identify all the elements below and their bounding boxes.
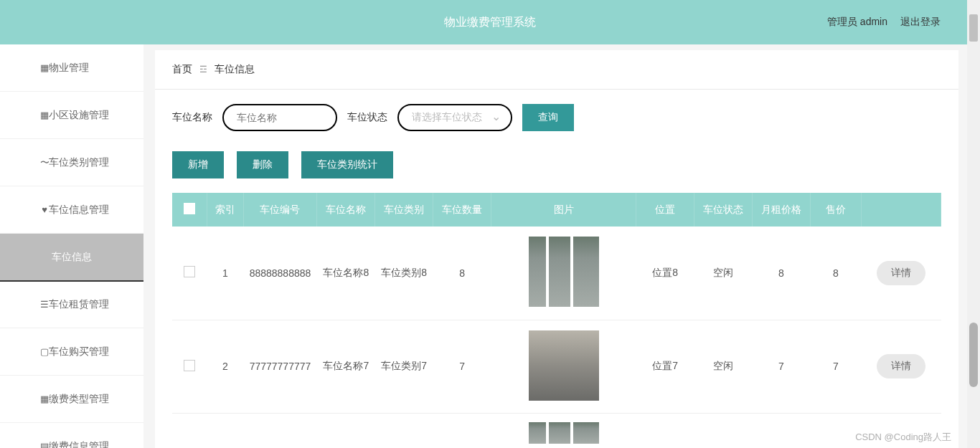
app-title: 物业缴费管理系统 — [444, 15, 536, 30]
table-row — [172, 413, 941, 448]
row-checkbox[interactable] — [184, 360, 195, 371]
cell-status: 空闲 — [694, 320, 753, 413]
action-bar: 新增 删除 车位类别统计 — [172, 151, 941, 178]
cell-rent: 8 — [753, 227, 811, 320]
cell-loc: 位置7 — [636, 320, 694, 413]
list-icon: ☰ — [39, 300, 50, 310]
col-no: 车位编号 — [243, 193, 317, 227]
breadcrumb-sep-icon: ☲ — [199, 65, 207, 75]
scrollbar-thumb[interactable] — [969, 14, 978, 42]
cell-price: 8 — [810, 227, 861, 320]
col-name: 车位名称 — [317, 193, 375, 227]
main-panel: 首页 ☲ 车位信息 车位名称 车位状态 请选择车位状态 查询 新增 删除 车位类… — [155, 50, 958, 448]
sidebar-item-spot-category[interactable]: 〜车位类别管理 — [0, 139, 143, 186]
sidebar: ▦物业管理 ▦小区设施管理 〜车位类别管理 ♥车位信息管理 车位信息 ☰车位租赁… — [0, 44, 143, 448]
sidebar-item-fee-type[interactable]: ▦缴费类型管理 — [0, 376, 143, 423]
chart-icon: 〜 — [39, 158, 50, 168]
sidebar-item-label: 缴费信息管理 — [49, 440, 109, 449]
cell-index: 1 — [207, 227, 244, 320]
cell-qty: 7 — [433, 320, 491, 413]
cell-no: 88888888888 — [243, 227, 317, 320]
grid-icon: ▦ — [39, 110, 50, 120]
stats-button[interactable]: 车位类别统计 — [301, 151, 393, 178]
scrollbar-thumb-inner[interactable] — [969, 323, 978, 387]
col-loc: 位置 — [636, 193, 694, 227]
sidebar-item-property[interactable]: ▦物业管理 — [0, 44, 143, 92]
cell-name: 车位名称8 — [317, 227, 375, 320]
logout-link[interactable]: 退出登录 — [900, 16, 941, 29]
cell-no: 77777777777 — [243, 320, 317, 413]
add-button[interactable]: 新增 — [172, 151, 224, 178]
breadcrumb-home[interactable]: 首页 — [172, 63, 192, 76]
thumbnail-image — [529, 422, 599, 444]
cell-name: 车位名称7 — [317, 320, 375, 413]
col-index: 索引 — [207, 193, 244, 227]
col-img: 图片 — [491, 193, 636, 227]
sidebar-item-label: 车位信息管理 — [49, 204, 109, 216]
col-status: 车位状态 — [694, 193, 753, 227]
sidebar-item-label: 物业管理 — [49, 62, 89, 75]
sidebar-item-label: 小区设施管理 — [49, 109, 109, 122]
col-actions — [861, 193, 941, 227]
filter-status-label: 车位状态 — [347, 111, 387, 124]
row-checkbox[interactable] — [184, 266, 195, 277]
cell-cat: 车位类别8 — [375, 227, 433, 320]
col-qty: 车位数量 — [433, 193, 491, 227]
thumbnail-image — [529, 330, 599, 401]
cell-qty: 8 — [433, 227, 491, 320]
sidebar-item-rental[interactable]: ☰车位租赁管理 — [0, 281, 143, 328]
filter-status-select[interactable]: 请选择车位状态 — [397, 104, 512, 131]
cell-rent: 7 — [753, 320, 811, 413]
bulb-icon: ♥ — [39, 205, 50, 215]
grid-icon: ▦ — [39, 63, 50, 73]
filter-name-label: 车位名称 — [172, 111, 212, 124]
query-button[interactable]: 查询 — [522, 104, 574, 131]
sidebar-item-label: 缴费类型管理 — [49, 393, 109, 406]
table-row: 2 77777777777 车位名称7 车位类别7 7 位置7 空闲 7 7 详… — [172, 320, 941, 413]
user-info: 管理员 admin — [827, 16, 887, 29]
breadcrumb: 首页 ☲ 车位信息 — [155, 50, 958, 90]
app-header: 物业缴费管理系统 管理员 admin 退出登录 — [0, 0, 980, 44]
select-all-checkbox[interactable] — [184, 203, 195, 214]
cell-status: 空闲 — [694, 227, 753, 320]
cell-price: 7 — [810, 320, 861, 413]
filter-bar: 车位名称 车位状态 请选择车位状态 查询 — [172, 104, 941, 131]
cell-cat: 车位类别7 — [375, 320, 433, 413]
sidebar-item-spot-info[interactable]: ♥车位信息管理 — [0, 186, 143, 234]
sidebar-item-label: 车位购买管理 — [49, 345, 109, 358]
delete-button[interactable]: 删除 — [237, 151, 288, 178]
scrollbar-vertical[interactable] — [967, 0, 980, 448]
data-table: 索引 车位编号 车位名称 车位类别 车位数量 图片 位置 车位状态 月租价格 售… — [172, 193, 941, 448]
sidebar-item-purchase[interactable]: ▢车位购买管理 — [0, 328, 143, 376]
sidebar-item-label: 车位类别管理 — [49, 156, 109, 169]
detail-button[interactable]: 详情 — [877, 261, 925, 285]
sidebar-item-facility[interactable]: ▦小区设施管理 — [0, 92, 143, 139]
detail-button[interactable]: 详情 — [877, 354, 925, 378]
col-rent: 月租价格 — [753, 193, 811, 227]
sidebar-item-fee-info[interactable]: ▤缴费信息管理 — [0, 423, 143, 448]
sidebar-item-spot-list[interactable]: 车位信息 — [0, 234, 143, 281]
cell-loc: 位置8 — [636, 227, 694, 320]
thumbnail-image — [529, 237, 599, 307]
breadcrumb-current: 车位信息 — [215, 63, 255, 76]
sidebar-item-label: 车位信息 — [52, 251, 92, 264]
col-price: 售价 — [810, 193, 861, 227]
doc-icon: ▤ — [39, 442, 50, 449]
table-row: 1 88888888888 车位名称8 车位类别8 8 位置8 空闲 8 8 详… — [172, 227, 941, 320]
screen-icon: ▢ — [39, 347, 50, 357]
filter-name-input[interactable] — [222, 104, 337, 131]
col-cat: 车位类别 — [375, 193, 433, 227]
table-header-row: 索引 车位编号 车位名称 车位类别 车位数量 图片 位置 车位状态 月租价格 售… — [172, 193, 941, 227]
cell-index: 2 — [207, 320, 244, 413]
sidebar-item-label: 车位租赁管理 — [49, 298, 109, 311]
grid-icon: ▦ — [39, 394, 50, 404]
